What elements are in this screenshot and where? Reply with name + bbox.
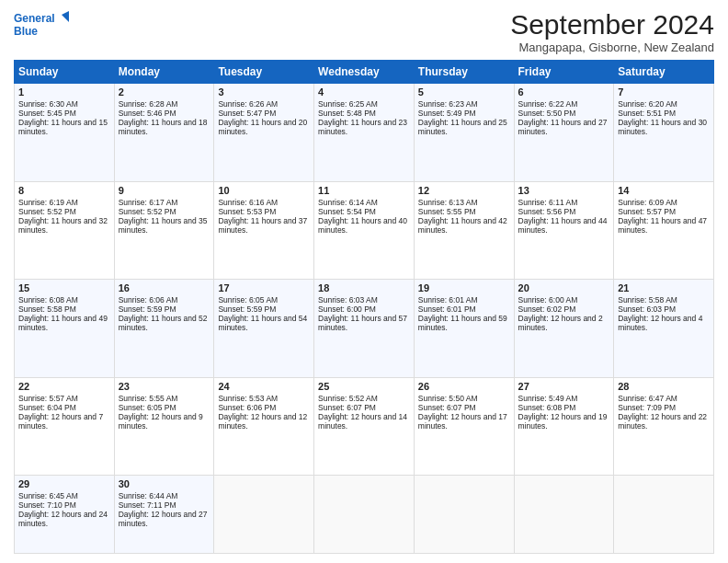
empty-cell [414, 476, 514, 554]
cell-20: 20 Sunrise: 6:00 AM Sunset: 6:02 PM Dayl… [514, 280, 614, 378]
col-friday: Friday [514, 61, 614, 84]
title-area: September 2024 Mangapapa, Gisborne, New … [510, 9, 714, 54]
cell-24: 24 Sunrise: 5:53 AM Sunset: 6:06 PM Dayl… [214, 377, 314, 476]
col-saturday: Saturday [614, 61, 714, 84]
cell-23: 23 Sunrise: 5:55 AM Sunset: 6:05 PM Dayl… [114, 377, 214, 476]
cell-28: 28 Sunrise: 6:47 AM Sunset: 7:09 PM Dayl… [614, 377, 714, 476]
cell-4: 4 Sunrise: 6:25 AM Sunset: 5:48 PM Dayli… [314, 84, 415, 182]
cell-5: 5 Sunrise: 6:23 AM Sunset: 5:49 PM Dayli… [414, 84, 514, 182]
cell-27: 27 Sunrise: 5:49 AM Sunset: 6:08 PM Dayl… [514, 377, 614, 476]
logo-svg: General Blue [14, 9, 69, 42]
week-row-2: 8 Sunrise: 6:19 AM Sunset: 5:52 PM Dayli… [15, 181, 714, 280]
week-row-4: 22 Sunrise: 5:57 AM Sunset: 6:04 PM Dayl… [15, 377, 714, 476]
empty-cell [614, 476, 714, 554]
cell-2: 2 Sunrise: 6:28 AM Sunset: 5:46 PM Dayli… [114, 84, 214, 182]
svg-text:General: General [14, 12, 55, 25]
cell-30: 30 Sunrise: 6:44 AM Sunset: 7:11 PM Dayl… [114, 476, 214, 554]
cell-11: 11 Sunrise: 6:14 AM Sunset: 5:54 PM Dayl… [314, 181, 415, 280]
empty-cell [314, 476, 415, 554]
day-num: 1 [18, 86, 110, 98]
cell-29: 29 Sunrise: 6:45 AM Sunset: 7:10 PM Dayl… [15, 476, 115, 554]
cell-21: 21 Sunrise: 5:58 AM Sunset: 6:03 PM Dayl… [614, 280, 714, 378]
cell-26: 26 Sunrise: 5:50 AM Sunset: 6:07 PM Dayl… [414, 377, 514, 476]
header: General Blue September 2024 Mangapapa, G… [14, 9, 714, 54]
cell-19: 19 Sunrise: 6:01 AM Sunset: 6:01 PM Dayl… [414, 280, 514, 378]
cell-25: 25 Sunrise: 5:52 AM Sunset: 6:07 PM Dayl… [314, 377, 415, 476]
empty-cell [514, 476, 614, 554]
day-num: 2 [119, 86, 210, 98]
cell-1: 1 Sunrise: 6:30 AM Sunset: 5:45 PM Dayli… [15, 84, 115, 182]
cell-6: 6 Sunrise: 6:22 AM Sunset: 5:50 PM Dayli… [514, 84, 614, 182]
page: General Blue September 2024 Mangapapa, G… [0, 0, 728, 563]
cell-15: 15 Sunrise: 6:08 AM Sunset: 5:58 PM Dayl… [15, 280, 115, 378]
sunrise-val: 6:30 AM [50, 99, 78, 109]
week-row-5: 29 Sunrise: 6:45 AM Sunset: 7:10 PM Dayl… [15, 476, 714, 554]
location: Mangapapa, Gisborne, New Zealand [510, 40, 714, 54]
sunset-label: Sunset: [18, 109, 47, 118]
col-tuesday: Tuesday [214, 61, 314, 84]
col-monday: Monday [114, 61, 214, 84]
cell-14: 14 Sunrise: 6:09 AM Sunset: 5:57 PM Dayl… [614, 181, 714, 280]
cell-3: 3 Sunrise: 6:26 AM Sunset: 5:47 PM Dayli… [214, 84, 314, 182]
daylight-label: Daylight: [18, 118, 51, 127]
cell-12: 12 Sunrise: 6:13 AM Sunset: 5:55 PM Dayl… [414, 181, 514, 280]
cell-7: 7 Sunrise: 6:20 AM Sunset: 5:51 PM Dayli… [614, 84, 714, 182]
cell-13: 13 Sunrise: 6:11 AM Sunset: 5:56 PM Dayl… [514, 181, 614, 280]
sunrise-label: Sunrise: [18, 99, 50, 109]
empty-cell [214, 476, 314, 554]
month-title: September 2024 [510, 9, 714, 40]
cell-18: 18 Sunrise: 6:03 AM Sunset: 6:00 PM Dayl… [314, 280, 415, 378]
cell-22: 22 Sunrise: 5:57 AM Sunset: 6:04 PM Dayl… [15, 377, 115, 476]
cell-16: 16 Sunrise: 6:06 AM Sunset: 5:59 PM Dayl… [114, 280, 214, 378]
cell-9: 9 Sunrise: 6:17 AM Sunset: 5:52 PM Dayli… [114, 181, 214, 280]
col-thursday: Thursday [414, 61, 514, 84]
week-row-3: 15 Sunrise: 6:08 AM Sunset: 5:58 PM Dayl… [15, 280, 714, 378]
svg-text:Blue: Blue [14, 25, 38, 38]
col-wednesday: Wednesday [314, 61, 415, 84]
cell-17: 17 Sunrise: 6:05 AM Sunset: 5:59 PM Dayl… [214, 280, 314, 378]
sunset-val: 5:45 PM [47, 109, 76, 118]
cell-10: 10 Sunrise: 6:16 AM Sunset: 5:53 PM Dayl… [214, 181, 314, 280]
header-row: Sunday Monday Tuesday Wednesday Thursday… [15, 61, 714, 84]
calendar-table: Sunday Monday Tuesday Wednesday Thursday… [14, 60, 714, 554]
logo: General Blue [14, 9, 69, 42]
week-row-1: 1 Sunrise: 6:30 AM Sunset: 5:45 PM Dayli… [15, 84, 714, 182]
svg-marker-2 [62, 11, 69, 22]
col-sunday: Sunday [15, 61, 115, 84]
cell-8: 8 Sunrise: 6:19 AM Sunset: 5:52 PM Dayli… [15, 181, 115, 280]
